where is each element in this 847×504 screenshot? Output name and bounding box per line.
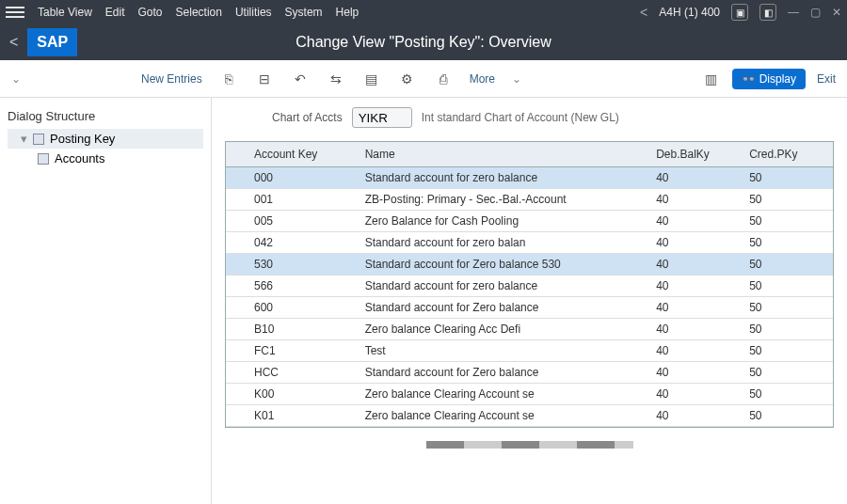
cell-credit-key[interactable]: 50 [740, 211, 833, 232]
cell-debit-key[interactable]: 40 [647, 211, 740, 232]
menu-selection[interactable]: Selection [176, 6, 222, 19]
table-row[interactable]: 600Standard account for Zero balance4050 [226, 297, 833, 319]
table-row[interactable]: B10Zero balance Clearing Acc Defi4050 [226, 319, 833, 340]
cell-account-key[interactable]: 600 [245, 297, 356, 319]
dropdown-icon[interactable]: ⌄ [11, 72, 21, 86]
sidebar-item-accounts[interactable]: Accounts [8, 149, 203, 168]
col-credit-key[interactable]: Cred.PKy [740, 142, 833, 167]
table-row[interactable]: 042Standard account for zero balan4050 [226, 232, 833, 254]
cell-name[interactable]: Zero balance Clearing Account se [356, 405, 647, 427]
menu-edit[interactable]: Edit [105, 6, 125, 19]
row-selector[interactable] [226, 362, 245, 384]
cell-debit-key[interactable]: 40 [647, 319, 740, 340]
cell-account-key[interactable]: HCC [245, 362, 356, 384]
table-row[interactable]: K00Zero balance Clearing Account se4050 [226, 384, 833, 405]
table-row[interactable]: HCCStandard account for Zero balance4050 [226, 362, 833, 384]
cell-account-key[interactable]: FC1 [245, 340, 356, 362]
cell-credit-key[interactable]: 50 [740, 189, 833, 211]
table-row[interactable]: 005Zero Balance for Cash Pooling4050 [226, 211, 833, 232]
menu-utilities[interactable]: Utilities [235, 6, 272, 19]
cell-debit-key[interactable]: 40 [647, 362, 740, 384]
hamburger-icon[interactable] [6, 7, 24, 18]
col-select[interactable] [226, 142, 245, 167]
minimize-icon[interactable]: — [788, 6, 799, 19]
cell-name[interactable]: Zero balance Clearing Account se [356, 384, 647, 405]
cell-debit-key[interactable]: 40 [647, 297, 740, 319]
cell-debit-key[interactable]: 40 [647, 340, 740, 362]
row-selector[interactable] [226, 319, 245, 340]
cell-debit-key[interactable]: 40 [647, 189, 740, 211]
session-icon[interactable]: ▣ [731, 4, 748, 21]
cell-credit-key[interactable]: 50 [740, 167, 833, 189]
cell-debit-key[interactable]: 40 [647, 167, 740, 189]
cell-credit-key[interactable]: 50 [740, 276, 833, 297]
back-icon[interactable]: < [0, 34, 27, 51]
row-selector[interactable] [226, 167, 245, 189]
cell-debit-key[interactable]: 40 [647, 232, 740, 254]
cell-debit-key[interactable]: 40 [647, 276, 740, 297]
cell-account-key[interactable]: B10 [245, 319, 356, 340]
row-selector[interactable] [226, 232, 245, 254]
more-button[interactable]: More [470, 72, 495, 86]
row-selector[interactable] [226, 276, 245, 297]
cell-account-key[interactable]: 566 [245, 276, 356, 297]
cell-credit-key[interactable]: 50 [740, 405, 833, 427]
table-row[interactable]: 000Standard account for zero balance4050 [226, 167, 833, 189]
cell-account-key[interactable]: 005 [245, 211, 356, 232]
cell-account-key[interactable]: 000 [245, 167, 356, 189]
copy-icon[interactable]: ⎘ [219, 70, 238, 88]
layout-icon[interactable]: ▥ [702, 70, 721, 88]
chart-of-accts-input[interactable] [352, 107, 412, 128]
print-icon[interactable]: ⎙ [434, 70, 453, 88]
cell-name[interactable]: Standard account for zero balance [356, 276, 647, 297]
row-selector[interactable] [226, 254, 245, 276]
menu-goto[interactable]: Goto [138, 6, 163, 19]
notify-icon[interactable]: ◧ [759, 4, 776, 21]
cell-credit-key[interactable]: 50 [740, 319, 833, 340]
display-button[interactable]: 👓 Display [732, 69, 806, 89]
exit-button[interactable]: Exit [817, 72, 836, 86]
posting-key-table[interactable]: Account Key Name Deb.BalKy Cred.PKy 000S… [225, 141, 834, 428]
close-icon[interactable]: ✕ [832, 6, 841, 19]
table-row[interactable]: 566Standard account for zero balance4050 [226, 276, 833, 297]
cell-account-key[interactable]: 001 [245, 189, 356, 211]
select-all-icon[interactable]: ⇆ [327, 70, 345, 88]
cell-debit-key[interactable]: 40 [647, 254, 740, 276]
search-icon[interactable]: < [640, 5, 647, 20]
table-row[interactable]: FC1Test4050 [226, 340, 833, 362]
menu-help[interactable]: Help [336, 6, 360, 19]
cell-name[interactable]: ZB-Posting: Primary - Sec.-Bal.-Account [356, 189, 647, 211]
chevron-down-icon[interactable]: ⌄ [512, 72, 521, 86]
config-icon[interactable]: ⚙ [398, 70, 417, 88]
cell-account-key[interactable]: 530 [245, 254, 356, 276]
delete-icon[interactable]: ⊟ [255, 70, 274, 88]
col-name[interactable]: Name [356, 142, 647, 167]
cell-credit-key[interactable]: 50 [740, 362, 833, 384]
col-debit-key[interactable]: Deb.BalKy [647, 142, 740, 167]
row-selector[interactable] [226, 405, 245, 427]
table-row[interactable]: 530Standard account for Zero balance 530… [226, 254, 833, 276]
cell-name[interactable]: Standard account for Zero balance [356, 362, 647, 384]
cell-name[interactable]: Test [356, 340, 647, 362]
cell-name[interactable]: Standard account for Zero balance [356, 297, 647, 319]
tree-toggle-icon[interactable]: ▾ [21, 132, 27, 146]
cell-name[interactable]: Zero balance Clearing Acc Defi [356, 319, 647, 340]
cell-debit-key[interactable]: 40 [647, 405, 740, 427]
menu-tableview[interactable]: Table View [38, 6, 92, 19]
row-selector[interactable] [226, 189, 245, 211]
table-row[interactable]: K01Zero balance Clearing Account se4050 [226, 405, 833, 427]
cell-debit-key[interactable]: 40 [647, 384, 740, 405]
table-row[interactable]: 001ZB-Posting: Primary - Sec.-Bal.-Accou… [226, 189, 833, 211]
cell-name[interactable]: Standard account for Zero balance 530 [356, 254, 647, 276]
row-selector[interactable] [226, 211, 245, 232]
cell-account-key[interactable]: K00 [245, 384, 356, 405]
cell-name[interactable]: Standard account for zero balance [356, 167, 647, 189]
cell-credit-key[interactable]: 50 [740, 384, 833, 405]
cell-account-key[interactable]: K01 [245, 405, 356, 427]
row-selector[interactable] [226, 384, 245, 405]
sidebar-item-posting-key[interactable]: ▾ Posting Key [8, 129, 203, 149]
undo-icon[interactable]: ↶ [291, 70, 310, 88]
cell-name[interactable]: Zero Balance for Cash Pooling [356, 211, 647, 232]
row-selector[interactable] [226, 340, 245, 362]
cell-credit-key[interactable]: 50 [740, 297, 833, 319]
